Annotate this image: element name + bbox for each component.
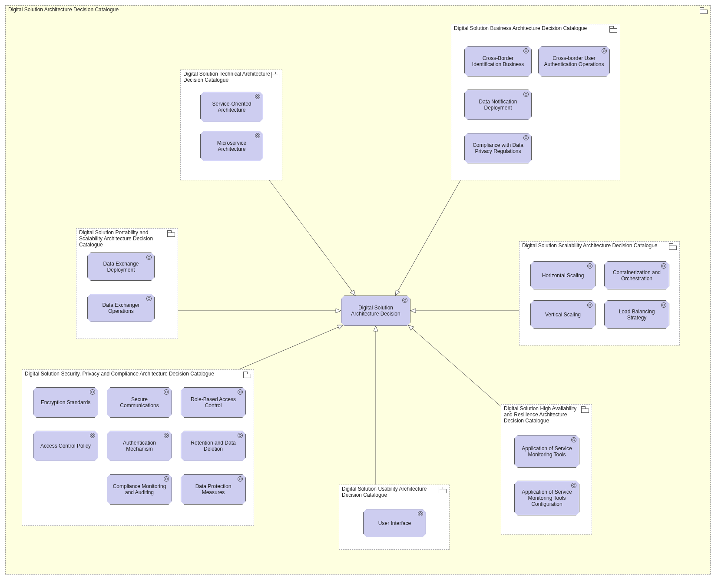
diagram-canvas: Digital Solution Architecture Decision C…	[0, 0, 718, 588]
catalogue-ha-title: Digital Solution High Availability and R…	[504, 405, 580, 424]
package-icon	[243, 372, 251, 378]
node-cross-border-user-authentication: Cross-border User Authentication Operati…	[538, 46, 610, 76]
package-icon	[700, 7, 708, 13]
catalogue-business-title: Digital Solution Business Architecture D…	[454, 25, 609, 31]
principle-icon	[602, 48, 607, 53]
principle-icon	[418, 511, 423, 516]
package-icon	[167, 230, 175, 236]
node-compliance-data-privacy: Compliance with Data Privacy Regulations	[464, 133, 532, 163]
node-authentication-mechanism: Authentication Mechanism	[107, 431, 172, 461]
principle-icon	[571, 483, 576, 488]
node-load-balancing-strategy: Load Balancing Strategy	[604, 300, 669, 329]
principle-icon	[661, 263, 666, 269]
principle-icon	[255, 133, 260, 138]
catalogue-portability: Digital Solution Portability and Scalabi…	[76, 228, 178, 339]
principle-icon	[523, 135, 529, 140]
catalogue-ha: Digital Solution High Availability and R…	[501, 404, 592, 535]
principle-icon	[164, 433, 169, 438]
package-icon	[609, 26, 617, 32]
catalogue-scalability-title: Digital Solution Scalability Architectur…	[522, 243, 668, 249]
node-role-based-access-control: Role-Based Access Control	[181, 387, 246, 418]
outer-catalogue-title: Digital Solution Architecture Decision C…	[8, 7, 119, 13]
catalogue-business: Digital Solution Business Architecture D…	[451, 24, 620, 180]
principle-icon	[146, 296, 152, 301]
principle-icon	[238, 476, 243, 482]
package-icon	[581, 406, 589, 412]
node-cross-border-identification-business: Cross-Border Identification Business	[464, 46, 532, 76]
principle-icon	[238, 389, 243, 395]
node-central-decision: Digital Solution Architecture Decision	[341, 296, 410, 326]
node-compliance-monitoring-auditing: Compliance Monitoring and Auditing	[107, 474, 172, 505]
node-data-notification-deployment: Data Notification Deployment	[464, 90, 532, 120]
principle-icon	[587, 302, 592, 308]
node-vertical-scaling: Vertical Scaling	[530, 300, 596, 329]
catalogue-technical: Digital Solution Technical Architecture …	[180, 70, 282, 180]
package-icon	[439, 487, 447, 493]
catalogue-portability-title: Digital Solution Portability and Scalabi…	[79, 229, 166, 248]
node-horizontal-scaling: Horizontal Scaling	[530, 261, 596, 289]
node-user-interface: User Interface	[363, 509, 426, 537]
node-service-oriented-architecture: Service-Oriented Architecture	[200, 92, 263, 122]
catalogue-usability: Digital Solution Usability Architecture …	[339, 485, 450, 550]
principle-icon	[238, 433, 243, 438]
node-data-protection-measures: Data Protection Measures	[181, 474, 246, 505]
principle-icon	[146, 255, 152, 260]
principle-icon	[661, 302, 666, 308]
node-retention-data-deletion: Retention and Data Deletion	[181, 431, 246, 461]
principle-icon	[587, 263, 592, 269]
catalogue-technical-title: Digital Solution Technical Architecture …	[183, 71, 271, 83]
node-secure-communications: Secure Communications	[107, 387, 172, 418]
principle-icon	[571, 437, 576, 442]
node-encryption-standards: Encryption Standards	[33, 387, 98, 418]
node-microservice-architecture: Microservice Architecture	[200, 131, 263, 161]
catalogue-scalability: Digital Solution Scalability Architectur…	[519, 241, 680, 345]
node-data-exchange-deployment: Data Exchange Deployment	[87, 252, 155, 281]
catalogue-usability-title: Digital Solution Usability Architecture …	[342, 486, 438, 498]
node-service-monitoring-tools: Application of Service Monitoring Tools	[514, 435, 579, 468]
principle-icon	[255, 94, 260, 99]
principle-icon	[90, 389, 95, 395]
package-icon	[669, 243, 677, 249]
node-access-control-policy: Access Control Policy	[33, 431, 98, 461]
principle-icon	[164, 476, 169, 482]
package-icon	[271, 72, 279, 78]
node-service-monitoring-tools-config: Application of Service Monitoring Tools …	[514, 481, 579, 515]
catalogue-security-title: Digital Solution Security, Privacy and C…	[25, 371, 242, 377]
catalogue-security: Digital Solution Security, Privacy and C…	[22, 369, 254, 526]
principle-icon	[90, 433, 95, 438]
principle-icon	[164, 389, 169, 395]
node-data-exchanger-operations: Data Exchanger Operations	[87, 294, 155, 322]
principle-icon	[523, 92, 529, 97]
principle-icon	[402, 298, 407, 303]
node-containerization-orchestration: Containerization and Orchestration	[604, 261, 669, 289]
principle-icon	[523, 48, 529, 53]
